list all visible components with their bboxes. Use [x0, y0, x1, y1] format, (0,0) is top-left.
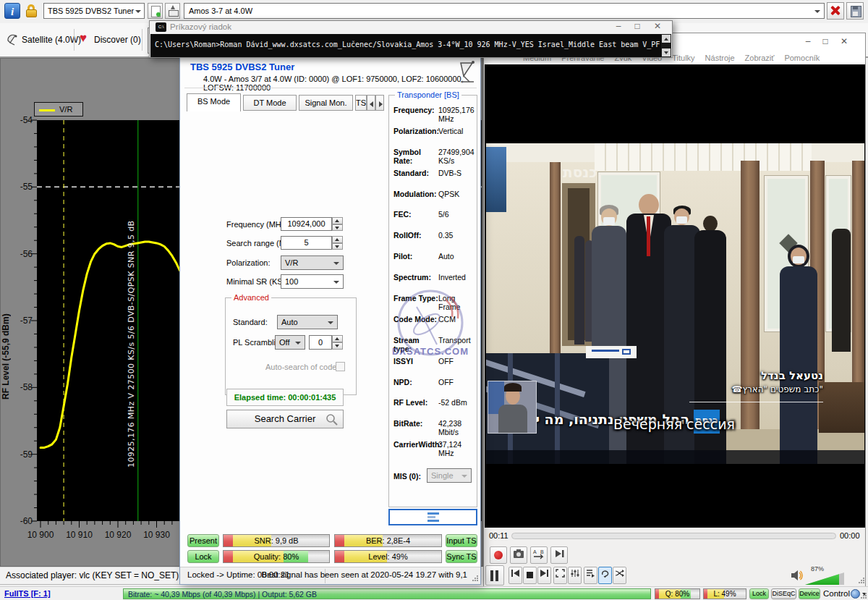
legend-line-sample [39, 109, 55, 111]
tab-dt-mode[interactable]: DT Mode [243, 95, 297, 111]
svg-text:10 910: 10 910 [66, 530, 93, 540]
search-range-input[interactable]: 5 [281, 236, 332, 250]
stop-button[interactable] [523, 567, 537, 584]
search-carrier-button[interactable]: Search Carrier [226, 410, 344, 428]
menu-item[interactable]: Pomocník [784, 51, 820, 64]
tab-signal-mon[interactable]: Signal Mon. [299, 95, 353, 111]
fullscreen-button[interactable] [553, 567, 567, 584]
snapshot-button[interactable] [510, 546, 527, 564]
tuner-select[interactable]: TBS 5925 DVBS2 Tuner [43, 3, 145, 19]
fullts-link[interactable]: FullTS [F: 1] [4, 589, 51, 598]
volume-slider[interactable] [805, 572, 844, 585]
close-icon[interactable]: ✕ [837, 36, 851, 48]
scroll-down-icon[interactable] [662, 48, 671, 56]
tab-satellite[interactable]: Satellite (4.0W) [22, 35, 81, 45]
extended-settings-button[interactable] [568, 567, 582, 584]
bitrate-progressbar: Bitrate: ~ 40,39 Mbps (of 40,39 Mbps) | … [123, 588, 651, 599]
auto-search-checkbox[interactable] [336, 362, 345, 371]
transponder-row: Standard:DVB-S [389, 169, 478, 190]
svg-text:-54: -54 [20, 115, 33, 125]
upload-icon [169, 10, 179, 17]
resize-grip[interactable] [861, 592, 867, 599]
transponder-row: Frame Type:Long Frame [389, 294, 478, 315]
satellite-select[interactable]: Amos 3-7 at 4.0W [184, 3, 825, 19]
video-area[interactable]: כנסת נטעאל בנדל ☎כתב משפטים "הארץ" כנסת … [485, 64, 865, 528]
info-icon[interactable]: i [4, 3, 20, 19]
sync-ts-indicator: Sync TS [446, 550, 477, 563]
standard-select[interactable]: Auto [277, 315, 338, 329]
control-label[interactable]: Control [823, 589, 850, 598]
svg-text:-59: -59 [20, 449, 33, 460]
phone-icon: ☎ [732, 384, 743, 394]
channel-watermark: כנסת [563, 164, 597, 181]
record-button[interactable] [490, 546, 507, 564]
shuffle-icon [615, 569, 624, 578]
lock-indicator: Lock [749, 588, 769, 599]
scroll-up-icon[interactable] [662, 35, 671, 43]
maximize-icon[interactable]: □ [818, 36, 833, 48]
delete-button[interactable] [827, 2, 844, 20]
transponder-row: Stream type:Transport [389, 336, 478, 357]
playlist-button[interactable] [584, 567, 597, 584]
cmd-console[interactable]: C:\Users\Roman>Roman Dávid_www.dxsatcs.c… [150, 34, 671, 57]
frequency-stepper[interactable] [332, 217, 343, 231]
svg-text:10 930: 10 930 [143, 530, 170, 540]
tab-ts[interactable]: TS [355, 95, 367, 111]
frame-step-button[interactable] [550, 546, 568, 564]
pl-code-input[interactable]: 0 [309, 335, 332, 350]
tab-discover[interactable]: Discover (0) [94, 35, 141, 45]
shuffle-button[interactable] [613, 567, 626, 584]
svg-text:10 900: 10 900 [27, 530, 54, 540]
minimal-sr-select[interactable]: 100 [281, 274, 344, 289]
best-signal-text: Best signal has been seen at 2020-05-24 … [261, 570, 467, 579]
save-button[interactable] [846, 2, 864, 20]
pause-button[interactable] [485, 565, 504, 586]
next-button[interactable] [537, 567, 551, 584]
minimize-icon[interactable]: – [801, 36, 815, 48]
polarization-select[interactable]: V/R [281, 255, 344, 270]
pause-icon [490, 570, 493, 581]
vlc-resize-grip[interactable] [859, 577, 865, 583]
transponder-row: Modulation:QPSK [389, 190, 478, 211]
ab-loop-button[interactable]: AB [530, 546, 548, 564]
pl-scrambling-select[interactable]: Off [275, 335, 305, 350]
menu-item[interactable]: Zobraziť [745, 51, 775, 64]
mis-label: MIS (0): [393, 472, 421, 481]
edit-note-button[interactable] [148, 3, 163, 19]
tab-scroll-left[interactable] [367, 95, 375, 111]
red-x-icon [827, 3, 843, 19]
lock-icon[interactable] [24, 3, 40, 19]
pl-code-stepper[interactable] [332, 335, 343, 350]
export-button[interactable] [165, 3, 180, 19]
maximize-icon[interactable]: □ [630, 21, 644, 33]
dialog-resize-grip[interactable] [472, 575, 479, 581]
minimize-icon[interactable]: – [611, 21, 626, 33]
diseqc-button[interactable]: DiSEqC [771, 588, 796, 599]
dialog-title: TBS 5925 DVBS2 Tuner [190, 62, 294, 72]
svg-text:10 920: 10 920 [105, 530, 132, 540]
tab-bs-mode[interactable]: BS Mode [187, 93, 241, 111]
transponder-list-button[interactable] [388, 509, 477, 525]
control-icon[interactable] [851, 589, 860, 599]
background-person [832, 229, 851, 352]
equalizer-icon [570, 569, 579, 578]
menu-item[interactable]: Titulky [672, 51, 694, 64]
search-range-stepper[interactable] [332, 236, 343, 250]
transponder-row: FEC:5/6 [389, 210, 478, 231]
cmd-titlebar[interactable]: C:\ Príkazový riadok – □ ✕ [150, 21, 672, 34]
transponder-row: BitRate:42,238 Mbit/s [389, 419, 478, 440]
previous-button[interactable] [509, 567, 522, 584]
cmd-title: Príkazový riadok [170, 22, 231, 31]
close-icon[interactable]: ✕ [650, 21, 665, 33]
cmd-scrollbar[interactable] [661, 34, 671, 57]
frequency-input[interactable]: 10924,000 [281, 217, 332, 231]
ber-bar: BER: 2,8E-4 [334, 534, 442, 547]
lock-indicator-dialog: Lock [187, 550, 219, 563]
tuner-dialog: TBS 5925 DVBS2 Tuner 4.0W - Amos 3/7 at … [179, 56, 481, 585]
menu-item[interactable]: Nástroje [705, 51, 735, 64]
loop-button[interactable] [598, 567, 612, 584]
volume-icon[interactable] [791, 570, 804, 581]
tab-scroll-right[interactable] [375, 95, 384, 111]
seek-bar[interactable] [511, 533, 836, 539]
next-icon [540, 569, 549, 578]
